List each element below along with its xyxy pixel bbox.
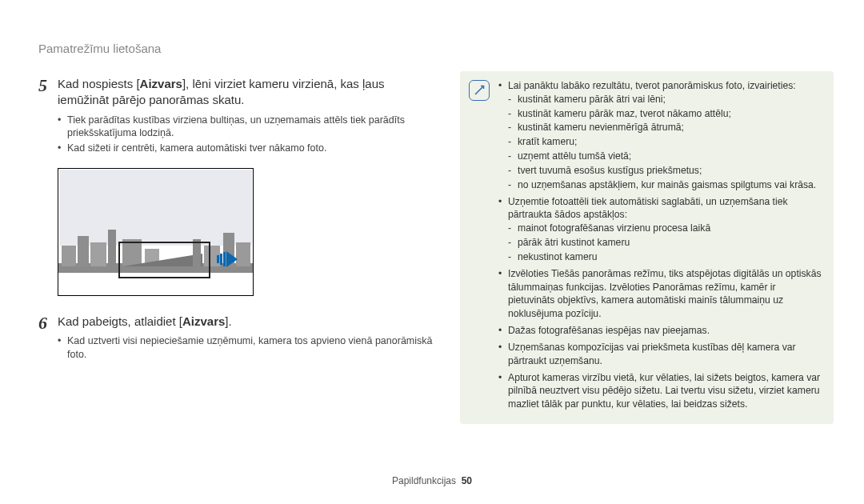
list-item: Dažas fotografēšanas iespējas nav pieeja… [498,324,824,338]
svg-rect-10 [236,242,250,266]
text: Uzņemtie fotoattēli tiek automātiski sag… [508,196,788,221]
step-5-bullets: Tiek parādītas kustības virziena bultiņa… [58,114,434,156]
step-6-bullets: Kad uztverti visi nepieciešamie uzņēmumi… [58,334,434,362]
svg-rect-1 [62,246,76,266]
list-item: Izvēloties Tiešās panorāmas režīmu, tiks… [498,267,824,321]
bold-key: Aizvars [182,314,225,328]
list-item: Uzņemšanas kompozīcijas vai priekšmeta k… [498,341,824,368]
page-footer: Papildfunkcijas 50 [0,475,864,486]
note-list: Lai panāktu labāko rezultātu, tverot pan… [498,79,824,411]
sub-list: mainot fotografēšanas virzienu procesa l… [508,222,824,263]
svg-rect-4 [108,230,116,266]
list-item: Tiek parādītas kustības virziena bultiņa… [58,114,434,141]
note-icon [469,80,490,101]
list-item: no uzņemšanas apstākļiem, kur mainās gai… [508,178,824,192]
text: Kad nospiests [ [58,77,140,90]
note-panel: Lai panāktu labāko rezultātu, tverot pan… [460,71,834,424]
list-item: tvert tuvumā esošus kustīgus priekšmetus… [508,164,824,178]
step-number: 6 [38,314,58,363]
svg-rect-3 [90,242,106,266]
list-item: nekustinot kameru [508,250,824,264]
list-item: Uzņemtie fotoattēli tiek automātiski sag… [498,195,824,264]
page-header: Pamatrežīmu lietošana [38,42,161,55]
text: ]. [225,314,231,328]
list-item: uzņemt attēlu tumšā vietā; [508,150,824,163]
panorama-preview-illustration [58,168,254,296]
list-item: kustināt kameru nevienmērīgā ātrumā; [508,121,824,134]
step-number: 5 [38,76,58,157]
list-item: pārāk ātri kustinot kameru [508,236,824,250]
footer-section: Papildfunkcijas [392,475,456,486]
list-item: Kad sižeti ir centrēti, kamera automātis… [58,142,434,155]
direction-arrow-icon [217,251,238,267]
list-item: Lai panāktu labāko rezultātu, tverot pan… [498,79,824,192]
list-item: kratīt kameru; [508,135,824,149]
list-item: kustināt kameru pārāk ātri vai lēni; [508,93,824,106]
sub-list: kustināt kameru pārāk ātri vai lēni; kus… [508,93,824,192]
step-5: 5 Kad nospiests [Aizvars], lēni virziet … [38,76,434,157]
bold-key: Aizvars [140,77,182,90]
step-6: 6 Kad pabeigts, atlaidiet [Aizvars]. Kad… [38,314,434,363]
list-item: Apturot kameras virzību vietā, kur vēlat… [498,371,824,411]
text: Kad pabeigts, atlaidiet [ [58,314,182,328]
list-item: Kad uztverti visi nepieciešamie uzņēmumi… [58,334,434,362]
left-column: 5 Kad nospiests [Aizvars], lēni virziet … [38,76,434,370]
svg-rect-2 [78,236,89,266]
step-5-title: Kad nospiests [Aizvars], lēni virziet ka… [58,76,434,109]
list-item: mainot fotografēšanas virzienu procesa l… [508,222,824,235]
step-6-title: Kad pabeigts, atlaidiet [Aizvars]. [58,314,434,330]
list-item: kustināt kameru pārāk maz, tverot nākamo… [508,107,824,121]
page-number: 50 [462,475,472,486]
text: Lai panāktu labāko rezultātu, tverot pan… [508,80,796,91]
capture-frame [118,242,210,278]
